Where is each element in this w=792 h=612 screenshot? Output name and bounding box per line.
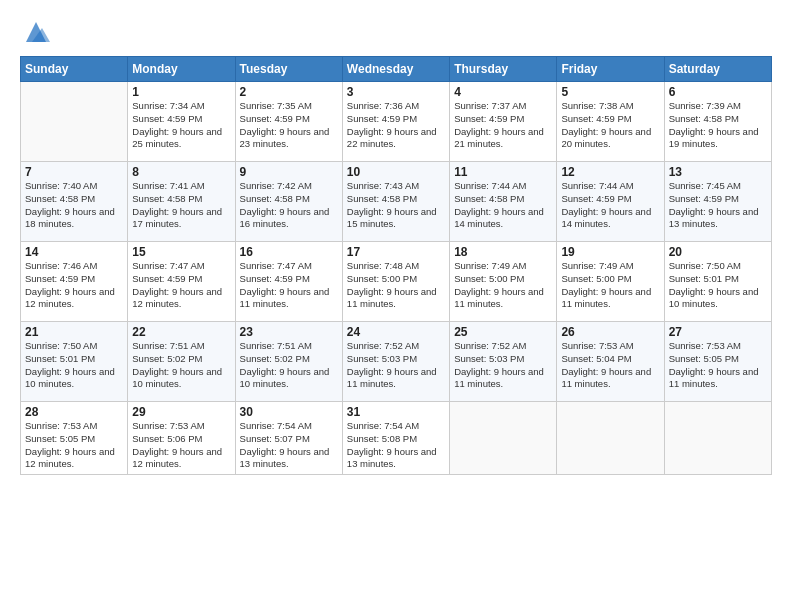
day-info: Sunrise: 7:36 AMSunset: 4:59 PMDaylight:… <box>347 100 445 151</box>
day-info: Sunrise: 7:40 AMSunset: 4:58 PMDaylight:… <box>25 180 123 231</box>
day-info: Sunrise: 7:45 AMSunset: 4:59 PMDaylight:… <box>669 180 767 231</box>
day-info: Sunrise: 7:52 AMSunset: 5:03 PMDaylight:… <box>454 340 552 391</box>
calendar-cell: 6Sunrise: 7:39 AMSunset: 4:58 PMDaylight… <box>664 82 771 162</box>
calendar-cell: 13Sunrise: 7:45 AMSunset: 4:59 PMDayligh… <box>664 162 771 242</box>
day-number: 14 <box>25 245 123 259</box>
day-number: 29 <box>132 405 230 419</box>
day-number: 22 <box>132 325 230 339</box>
day-info: Sunrise: 7:47 AMSunset: 4:59 PMDaylight:… <box>240 260 338 311</box>
day-info: Sunrise: 7:42 AMSunset: 4:58 PMDaylight:… <box>240 180 338 231</box>
calendar-cell: 7Sunrise: 7:40 AMSunset: 4:58 PMDaylight… <box>21 162 128 242</box>
calendar-day-header: Wednesday <box>342 57 449 82</box>
calendar-cell: 31Sunrise: 7:54 AMSunset: 5:08 PMDayligh… <box>342 402 449 475</box>
day-info: Sunrise: 7:47 AMSunset: 4:59 PMDaylight:… <box>132 260 230 311</box>
calendar-cell: 8Sunrise: 7:41 AMSunset: 4:58 PMDaylight… <box>128 162 235 242</box>
day-info: Sunrise: 7:50 AMSunset: 5:01 PMDaylight:… <box>25 340 123 391</box>
day-info: Sunrise: 7:54 AMSunset: 5:08 PMDaylight:… <box>347 420 445 471</box>
calendar-cell: 10Sunrise: 7:43 AMSunset: 4:58 PMDayligh… <box>342 162 449 242</box>
day-info: Sunrise: 7:37 AMSunset: 4:59 PMDaylight:… <box>454 100 552 151</box>
calendar-cell: 23Sunrise: 7:51 AMSunset: 5:02 PMDayligh… <box>235 322 342 402</box>
calendar-cell: 19Sunrise: 7:49 AMSunset: 5:00 PMDayligh… <box>557 242 664 322</box>
day-number: 31 <box>347 405 445 419</box>
day-number: 28 <box>25 405 123 419</box>
header <box>20 16 772 46</box>
page: SundayMondayTuesdayWednesdayThursdayFrid… <box>0 0 792 612</box>
calendar-cell <box>557 402 664 475</box>
day-number: 7 <box>25 165 123 179</box>
day-info: Sunrise: 7:53 AMSunset: 5:06 PMDaylight:… <box>132 420 230 471</box>
day-number: 17 <box>347 245 445 259</box>
day-number: 23 <box>240 325 338 339</box>
calendar-cell: 15Sunrise: 7:47 AMSunset: 4:59 PMDayligh… <box>128 242 235 322</box>
day-number: 4 <box>454 85 552 99</box>
calendar-cell <box>664 402 771 475</box>
calendar-cell: 27Sunrise: 7:53 AMSunset: 5:05 PMDayligh… <box>664 322 771 402</box>
calendar-cell: 24Sunrise: 7:52 AMSunset: 5:03 PMDayligh… <box>342 322 449 402</box>
day-number: 8 <box>132 165 230 179</box>
calendar-cell: 21Sunrise: 7:50 AMSunset: 5:01 PMDayligh… <box>21 322 128 402</box>
day-info: Sunrise: 7:50 AMSunset: 5:01 PMDaylight:… <box>669 260 767 311</box>
day-number: 9 <box>240 165 338 179</box>
calendar-cell: 16Sunrise: 7:47 AMSunset: 4:59 PMDayligh… <box>235 242 342 322</box>
day-number: 10 <box>347 165 445 179</box>
day-number: 12 <box>561 165 659 179</box>
day-info: Sunrise: 7:38 AMSunset: 4:59 PMDaylight:… <box>561 100 659 151</box>
logo-icon <box>22 18 50 46</box>
day-info: Sunrise: 7:35 AMSunset: 4:59 PMDaylight:… <box>240 100 338 151</box>
day-number: 25 <box>454 325 552 339</box>
day-number: 30 <box>240 405 338 419</box>
day-number: 16 <box>240 245 338 259</box>
day-info: Sunrise: 7:43 AMSunset: 4:58 PMDaylight:… <box>347 180 445 231</box>
calendar-cell: 25Sunrise: 7:52 AMSunset: 5:03 PMDayligh… <box>450 322 557 402</box>
day-info: Sunrise: 7:51 AMSunset: 5:02 PMDaylight:… <box>240 340 338 391</box>
day-number: 18 <box>454 245 552 259</box>
day-info: Sunrise: 7:51 AMSunset: 5:02 PMDaylight:… <box>132 340 230 391</box>
calendar-cell: 9Sunrise: 7:42 AMSunset: 4:58 PMDaylight… <box>235 162 342 242</box>
calendar-cell: 28Sunrise: 7:53 AMSunset: 5:05 PMDayligh… <box>21 402 128 475</box>
day-info: Sunrise: 7:53 AMSunset: 5:05 PMDaylight:… <box>25 420 123 471</box>
calendar-day-header: Sunday <box>21 57 128 82</box>
day-info: Sunrise: 7:49 AMSunset: 5:00 PMDaylight:… <box>561 260 659 311</box>
day-number: 24 <box>347 325 445 339</box>
calendar-cell: 11Sunrise: 7:44 AMSunset: 4:58 PMDayligh… <box>450 162 557 242</box>
calendar-cell: 2Sunrise: 7:35 AMSunset: 4:59 PMDaylight… <box>235 82 342 162</box>
calendar-cell <box>450 402 557 475</box>
day-number: 11 <box>454 165 552 179</box>
calendar-cell: 3Sunrise: 7:36 AMSunset: 4:59 PMDaylight… <box>342 82 449 162</box>
day-number: 3 <box>347 85 445 99</box>
calendar-cell <box>21 82 128 162</box>
day-number: 20 <box>669 245 767 259</box>
calendar-cell: 4Sunrise: 7:37 AMSunset: 4:59 PMDaylight… <box>450 82 557 162</box>
day-info: Sunrise: 7:54 AMSunset: 5:07 PMDaylight:… <box>240 420 338 471</box>
day-info: Sunrise: 7:49 AMSunset: 5:00 PMDaylight:… <box>454 260 552 311</box>
day-info: Sunrise: 7:53 AMSunset: 5:05 PMDaylight:… <box>669 340 767 391</box>
day-info: Sunrise: 7:44 AMSunset: 4:59 PMDaylight:… <box>561 180 659 231</box>
day-number: 5 <box>561 85 659 99</box>
day-info: Sunrise: 7:34 AMSunset: 4:59 PMDaylight:… <box>132 100 230 151</box>
calendar-day-header: Thursday <box>450 57 557 82</box>
calendar-cell: 1Sunrise: 7:34 AMSunset: 4:59 PMDaylight… <box>128 82 235 162</box>
calendar-cell: 26Sunrise: 7:53 AMSunset: 5:04 PMDayligh… <box>557 322 664 402</box>
calendar-cell: 14Sunrise: 7:46 AMSunset: 4:59 PMDayligh… <box>21 242 128 322</box>
calendar-cell: 17Sunrise: 7:48 AMSunset: 5:00 PMDayligh… <box>342 242 449 322</box>
calendar-cell: 5Sunrise: 7:38 AMSunset: 4:59 PMDaylight… <box>557 82 664 162</box>
day-info: Sunrise: 7:48 AMSunset: 5:00 PMDaylight:… <box>347 260 445 311</box>
logo <box>20 16 50 46</box>
calendar-cell: 12Sunrise: 7:44 AMSunset: 4:59 PMDayligh… <box>557 162 664 242</box>
day-number: 6 <box>669 85 767 99</box>
day-number: 26 <box>561 325 659 339</box>
day-number: 15 <box>132 245 230 259</box>
day-number: 2 <box>240 85 338 99</box>
day-info: Sunrise: 7:41 AMSunset: 4:58 PMDaylight:… <box>132 180 230 231</box>
day-number: 27 <box>669 325 767 339</box>
calendar-cell: 20Sunrise: 7:50 AMSunset: 5:01 PMDayligh… <box>664 242 771 322</box>
day-info: Sunrise: 7:46 AMSunset: 4:59 PMDaylight:… <box>25 260 123 311</box>
calendar-cell: 22Sunrise: 7:51 AMSunset: 5:02 PMDayligh… <box>128 322 235 402</box>
calendar-cell: 29Sunrise: 7:53 AMSunset: 5:06 PMDayligh… <box>128 402 235 475</box>
day-number: 13 <box>669 165 767 179</box>
calendar-header-row: SundayMondayTuesdayWednesdayThursdayFrid… <box>21 57 772 82</box>
day-info: Sunrise: 7:52 AMSunset: 5:03 PMDaylight:… <box>347 340 445 391</box>
day-number: 1 <box>132 85 230 99</box>
calendar-day-header: Friday <box>557 57 664 82</box>
day-info: Sunrise: 7:44 AMSunset: 4:58 PMDaylight:… <box>454 180 552 231</box>
